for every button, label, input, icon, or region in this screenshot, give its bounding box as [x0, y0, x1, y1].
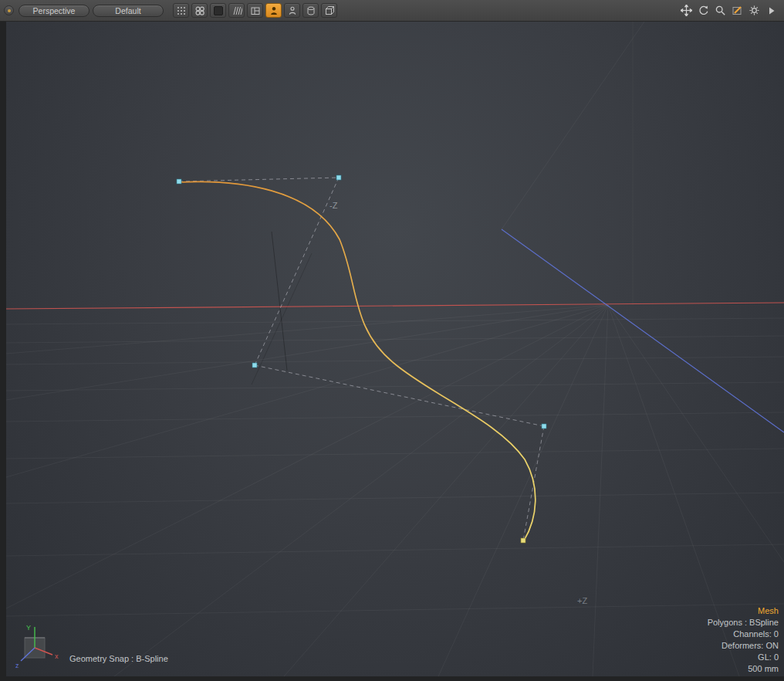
- axis-gizmo[interactable]: Y x z: [9, 621, 63, 675]
- actor-active-icon[interactable]: [265, 3, 282, 18]
- viewport-nav-icons: [679, 3, 780, 18]
- gear-icon[interactable]: [747, 3, 762, 18]
- viewport-canvas[interactable]: [6, 22, 784, 676]
- info-polygons: Polygons : BSpline: [708, 617, 779, 628]
- control-point[interactable]: [177, 179, 181, 184]
- shading-style-dropdown[interactable]: Default: [93, 5, 164, 17]
- axis-label-neg-z: -Z: [329, 201, 337, 210]
- hatch-icon[interactable]: [228, 3, 245, 18]
- end-point[interactable]: [521, 538, 525, 543]
- cube-icon[interactable]: [321, 3, 337, 18]
- toolbar-icon-group: [173, 3, 337, 18]
- axis-z-line: [502, 229, 784, 432]
- info-deformers: Deformers: ON: [708, 640, 779, 652]
- info-item-name: Mesh: [708, 605, 779, 617]
- geometry-snap-status: Geometry Snap : B-Spline: [69, 654, 168, 663]
- view-type-dropdown[interactable]: Perspective: [19, 5, 90, 17]
- gizmo-y-label: Y: [26, 624, 31, 632]
- axis-label-pos-z: +Z: [577, 596, 587, 605]
- control-points: [177, 175, 546, 543]
- gizmo-x-label: x: [55, 652, 59, 660]
- viewport-menu-thumb[interactable]: [4, 5, 14, 15]
- control-point[interactable]: [336, 175, 341, 180]
- orbit-icon[interactable]: [696, 3, 711, 18]
- info-gl: GL: 0: [708, 652, 779, 663]
- gizmo-z-label: z: [15, 662, 19, 669]
- pan-icon[interactable]: [679, 3, 694, 18]
- cylinder-icon[interactable]: [302, 3, 319, 18]
- zoom-icon[interactable]: [713, 3, 728, 18]
- expand-arrow-icon[interactable]: [764, 3, 779, 18]
- viewport-toolbar: Perspective Default: [0, 0, 784, 22]
- info-channels: Channels: 0: [708, 628, 779, 640]
- control-point[interactable]: [542, 424, 546, 429]
- actor-icon[interactable]: [284, 3, 300, 18]
- info-grid-size: 500 mm: [708, 663, 779, 675]
- control-polygon: [179, 178, 544, 540]
- viewport-3d[interactable]: -Z +Z Y x z Geometry Snap : B-Spline: [6, 22, 784, 676]
- circle-grid-icon[interactable]: [191, 3, 208, 18]
- axis-x-line: [6, 303, 784, 309]
- draw-style-icon[interactable]: [730, 3, 745, 18]
- dot-grid-icon[interactable]: [173, 3, 189, 18]
- image-icon[interactable]: [210, 3, 226, 18]
- layout-icon[interactable]: [247, 3, 263, 18]
- item-info-panel: Mesh Polygons : BSpline Channels: 0 Defo…: [708, 605, 779, 675]
- control-point[interactable]: [252, 363, 257, 368]
